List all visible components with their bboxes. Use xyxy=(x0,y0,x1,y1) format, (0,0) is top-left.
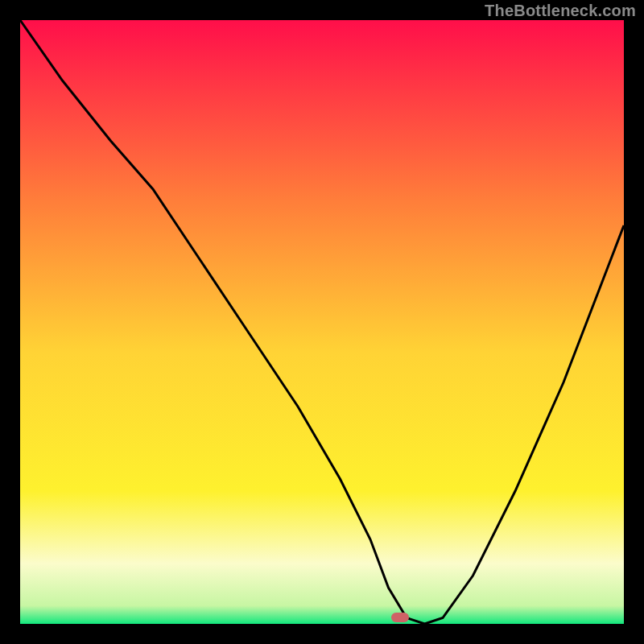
optimal-point-marker xyxy=(391,613,409,622)
watermark-text: TheBottleneck.com xyxy=(485,2,636,20)
plot-area xyxy=(20,20,624,624)
chart-frame: TheBottleneck.com xyxy=(0,0,644,644)
bottleneck-curve xyxy=(20,20,624,624)
